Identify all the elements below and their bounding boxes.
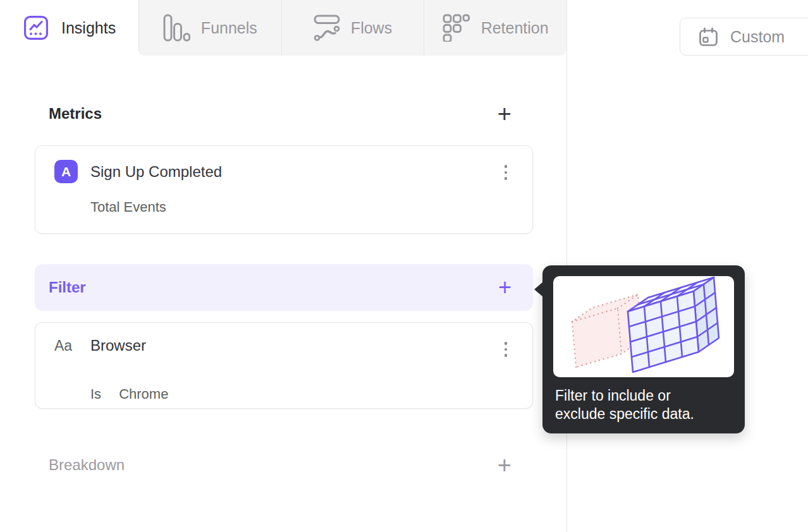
metrics-heading: Metrics <box>49 105 102 123</box>
metric-badge: A <box>54 160 78 183</box>
tooltip-text: Filter to include or exclude specific da… <box>553 387 734 423</box>
calendar-icon <box>698 27 719 47</box>
tab-flows[interactable]: Flows <box>282 0 425 56</box>
filter-condition: IsChrome <box>90 386 168 402</box>
filter-value[interactable]: Chrome <box>119 386 168 402</box>
metric-event-name: Sign Up Completed <box>90 163 222 181</box>
insights-report-builder: Insights Funnels <box>0 0 808 532</box>
tab-insights[interactable]: Insights <box>0 0 138 56</box>
filter-operator[interactable]: Is <box>90 386 101 402</box>
tab-retention[interactable]: Retention <box>424 0 566 56</box>
filter-heading: Filter <box>49 279 86 296</box>
metric-card[interactable]: A Sign Up Completed Total Events <box>35 145 533 234</box>
filter-tooltip: Filter to include or exclude specific da… <box>542 265 745 433</box>
insights-icon <box>23 15 49 40</box>
tooltip-line2: exclude specific data. <box>555 406 694 422</box>
tooltip-arrow <box>534 282 543 297</box>
filter-illustration <box>553 276 734 377</box>
metrics-section-header: Metrics + <box>35 99 533 129</box>
filter-section-header[interactable]: Filter + <box>35 264 533 311</box>
flows-icon <box>314 14 340 42</box>
property-type-indicator: Aa <box>54 337 78 354</box>
filter-card[interactable]: Aa Browser IsChrome <box>35 322 533 409</box>
breakdown-section-header: Breakdown + <box>35 450 533 480</box>
add-metric-button[interactable]: + <box>498 104 511 123</box>
add-breakdown-button[interactable]: + <box>498 456 511 475</box>
tab-funnels-label: Funnels <box>201 19 257 37</box>
inactive-tabs-group: Funnels Flows <box>138 0 566 56</box>
tab-flows-label: Flows <box>351 19 392 37</box>
metric-card-row: A Sign Up Completed <box>54 160 222 183</box>
add-filter-button[interactable]: + <box>498 278 511 297</box>
date-range-button[interactable]: Custom <box>680 18 808 56</box>
retention-icon <box>443 14 470 42</box>
date-range-label: Custom <box>730 28 785 46</box>
tab-insights-label: Insights <box>61 19 116 37</box>
tooltip-line1: Filter to include or <box>555 387 671 404</box>
metric-menu-icon[interactable] <box>502 162 510 183</box>
metric-measurement[interactable]: Total Events <box>90 199 166 215</box>
tab-funnels[interactable]: Funnels <box>139 0 282 56</box>
tab-retention-label: Retention <box>481 19 549 37</box>
filter-menu-icon[interactable] <box>502 339 510 360</box>
breakdown-heading: Breakdown <box>49 456 125 474</box>
filter-property-name: Browser <box>90 337 146 354</box>
funnels-icon <box>163 14 190 42</box>
filter-card-row: Aa Browser <box>54 337 146 354</box>
report-type-tabbar: Insights Funnels <box>0 0 566 56</box>
